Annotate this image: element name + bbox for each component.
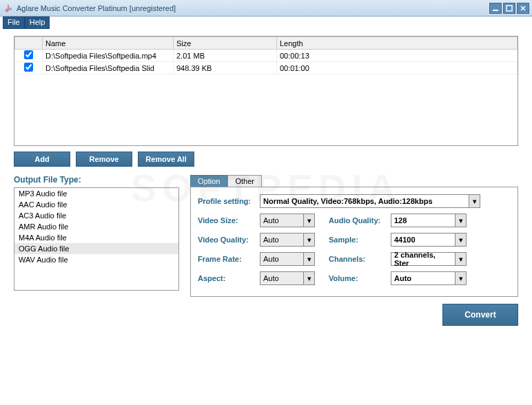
svg-rect-3	[493, 10, 498, 11]
list-item[interactable]: MP3 Audio file	[14, 188, 178, 199]
video-quality-label: Video Quality:	[198, 236, 260, 244]
audio-quality-label: Audio Quality:	[329, 216, 391, 225]
window-title: Aglare Music Converter Platinum [unregis…	[17, 4, 489, 12]
table-row[interactable]: D:\Softpedia Files\Softpedia.mp42.01 MB0…	[15, 50, 518, 62]
removeall-button[interactable]: Remove All	[138, 152, 194, 167]
audio-quality-select[interactable]: 128▾	[391, 214, 467, 227]
chevron-down-icon: ▾	[455, 272, 466, 284]
convert-button[interactable]: Convert	[442, 304, 518, 326]
remove-button[interactable]: Remove	[76, 152, 132, 167]
add-button[interactable]: Add	[14, 152, 70, 167]
row-checkbox[interactable]	[24, 63, 33, 72]
svg-rect-1	[8, 5, 9, 10]
video-size-select[interactable]: Auto▾	[260, 214, 315, 227]
row-size: 948.39 KB	[174, 62, 277, 74]
list-item[interactable]: AAC Audio file	[14, 199, 178, 210]
list-item[interactable]: OGG Audio file	[14, 243, 178, 254]
channels-label: Channels:	[329, 255, 391, 263]
output-type-label: Output File Type:	[14, 175, 179, 185]
svg-rect-4	[507, 6, 512, 11]
row-checkbox[interactable]	[24, 50, 33, 59]
channels-select[interactable]: 2 channels, Ster▾	[391, 252, 467, 266]
row-size: 2.01 MB	[174, 50, 277, 62]
menubar: File Help	[0, 17, 532, 29]
svg-point-2	[9, 8, 12, 10]
profile-select[interactable]: Normal Quality, Video:768kbps, Audio:128…	[260, 194, 480, 208]
aspect-select[interactable]: Auto▾	[260, 271, 315, 285]
table-row[interactable]: D:\Softpedia Files\Softpedia Slid948.39 …	[15, 62, 518, 74]
list-item[interactable]: M4A Audio file	[14, 232, 178, 243]
chevron-down-icon: ▾	[303, 214, 314, 227]
list-item[interactable]: AC3 Audio file	[14, 210, 178, 221]
chevron-down-icon: ▾	[455, 214, 466, 227]
col-size[interactable]: Size	[174, 37, 277, 50]
menu-file[interactable]: File	[3, 17, 25, 29]
frame-rate-select[interactable]: Auto▾	[260, 252, 315, 266]
row-name: D:\Softpedia Files\Softpedia.mp4	[43, 50, 174, 62]
col-length[interactable]: Length	[277, 37, 518, 50]
app-icon	[3, 3, 14, 14]
aspect-label: Aspect:	[198, 274, 260, 282]
option-panel: Profile setting: Normal Quality, Video:7…	[190, 187, 518, 297]
col-name[interactable]: Name	[43, 37, 174, 50]
chevron-down-icon: ▾	[303, 233, 314, 246]
sample-select[interactable]: 44100▾	[391, 233, 467, 247]
maximize-button[interactable]	[503, 3, 515, 14]
profile-value: Normal Quality, Video:768kbps, Audio:128…	[260, 197, 469, 205]
volume-select[interactable]: Auto▾	[391, 271, 467, 285]
titlebar: Aglare Music Converter Platinum [unregis…	[0, 0, 532, 17]
chevron-down-icon: ▾	[455, 253, 466, 265]
video-size-label: Video Size:	[198, 216, 260, 225]
output-type-list[interactable]: MP3 Audio fileAAC Audio fileAC3 Audio fi…	[14, 187, 179, 291]
frame-rate-label: Frame Rate:	[198, 255, 260, 263]
chevron-down-icon: ▾	[469, 195, 480, 207]
volume-label: Volume:	[329, 274, 391, 282]
row-name: D:\Softpedia Files\Softpedia Slid	[43, 62, 174, 74]
row-length: 00:01:00	[277, 62, 518, 74]
tab-other[interactable]: Other	[227, 175, 262, 187]
list-item[interactable]: WAV Audio file	[14, 254, 178, 265]
minimize-button[interactable]	[489, 3, 502, 14]
sample-label: Sample:	[329, 236, 391, 244]
profile-label: Profile setting:	[198, 197, 260, 205]
chevron-down-icon: ▾	[303, 272, 314, 284]
chevron-down-icon: ▾	[303, 253, 314, 265]
chevron-down-icon: ▾	[455, 233, 466, 246]
menu-help[interactable]: Help	[25, 17, 50, 29]
file-list[interactable]: Name Size Length D:\Softpedia Files\Soft…	[14, 36, 518, 146]
tab-option[interactable]: Option	[190, 175, 227, 187]
col-check[interactable]	[15, 37, 43, 50]
row-length: 00:00:13	[277, 50, 518, 62]
video-quality-select[interactable]: Auto▾	[260, 233, 315, 247]
list-item[interactable]: AMR Audio file	[14, 221, 178, 232]
close-button[interactable]	[517, 3, 529, 14]
